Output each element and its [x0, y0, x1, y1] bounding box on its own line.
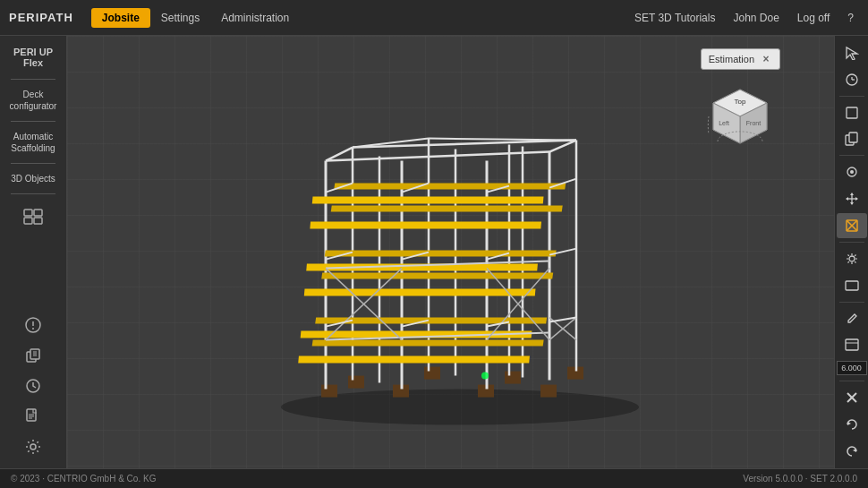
- nav-administration[interactable]: Administration: [210, 8, 300, 28]
- svg-rect-3: [34, 218, 42, 224]
- nav-right: SET 3D Tutorials John Doe Log off ?: [629, 10, 859, 26]
- svg-rect-26: [321, 384, 337, 397]
- svg-rect-0: [24, 210, 32, 216]
- tool-panel[interactable]: [837, 332, 867, 357]
- svg-marker-109: [853, 449, 856, 452]
- sidebar-deck-configurator[interactable]: Deck configurator: [0, 83, 66, 117]
- tool-redo[interactable]: [837, 439, 867, 464]
- svg-rect-46: [298, 355, 530, 363]
- sidebar-settings-icon[interactable]: [15, 432, 51, 461]
- sidebar-history-icon[interactable]: [15, 372, 51, 400]
- scaffold-svg: [236, 89, 684, 429]
- svg-text:Front: Front: [746, 120, 761, 126]
- svg-line-57: [326, 151, 549, 160]
- cube-svg: Top Front Left: [704, 81, 776, 152]
- tool-rectangle[interactable]: [837, 273, 867, 298]
- status-bar: © 2023 · CENTRIO GmbH & Co. KG Version 5…: [0, 468, 868, 488]
- right-toolbar: 6.000: [834, 36, 868, 468]
- tool-undo[interactable]: [837, 412, 867, 437]
- status-copyright: © 2023 · CENTRIO GmbH & Co. KG: [11, 474, 156, 484]
- main-content: PERI UP Flex Deck configurator Automatic…: [0, 36, 868, 468]
- sidebar-divider-4: [11, 193, 55, 194]
- svg-marker-98: [855, 197, 858, 201]
- orientation-cube[interactable]: Top Front Left: [704, 81, 776, 152]
- nav-jobsite[interactable]: Jobsite: [91, 8, 150, 28]
- sidebar-bottom-icons: [15, 311, 51, 468]
- svg-rect-30: [348, 375, 364, 388]
- value-display: 6.000: [835, 358, 868, 378]
- svg-rect-51: [334, 183, 566, 189]
- svg-rect-54: [321, 272, 553, 278]
- sidebar-copy-icon[interactable]: [15, 341, 51, 370]
- sidebar-title: PERI UP Flex: [0, 43, 66, 75]
- tool-value: 6.000: [841, 364, 862, 372]
- sidebar-3d-objects[interactable]: 3D Objects: [0, 167, 66, 190]
- tool-divider-4: [839, 302, 864, 303]
- tool-copy[interactable]: [837, 127, 867, 152]
- nav-user[interactable]: John Doe: [728, 10, 784, 26]
- svg-marker-97: [846, 197, 848, 201]
- tool-settings2[interactable]: [837, 246, 867, 271]
- status-version: Version 5.0.0.0 · SET 2.0.0.0: [743, 474, 857, 484]
- svg-rect-90: [849, 133, 857, 142]
- viewport-3d[interactable]: Estimation × Top Front Left: [67, 36, 834, 468]
- sidebar-module-icon[interactable]: [15, 200, 51, 230]
- svg-rect-88: [847, 107, 857, 118]
- svg-rect-52: [330, 205, 562, 211]
- sidebar-alert-icon[interactable]: [15, 311, 51, 339]
- module-svg-icon: [23, 205, 43, 225]
- tool-measure[interactable]: [837, 67, 867, 92]
- nav-settings[interactable]: Settings: [150, 8, 210, 28]
- svg-rect-56: [311, 339, 543, 346]
- estimation-close[interactable]: ×: [760, 53, 772, 65]
- svg-point-6: [32, 328, 34, 330]
- svg-rect-103: [846, 281, 858, 290]
- svg-rect-50: [310, 221, 541, 228]
- left-sidebar: PERI UP Flex Deck configurator Automatic…: [0, 36, 67, 468]
- tool-edit[interactable]: [837, 306, 867, 331]
- svg-marker-95: [850, 193, 854, 195]
- svg-marker-108: [847, 422, 851, 425]
- svg-marker-96: [850, 202, 854, 205]
- svg-rect-49: [311, 196, 543, 203]
- svg-point-83: [481, 372, 489, 379]
- nav-tutorials[interactable]: SET 3D Tutorials: [629, 10, 720, 26]
- sidebar-divider-1: [11, 79, 55, 80]
- svg-text:Left: Left: [719, 120, 729, 126]
- brand-logo: PERIPATH: [9, 11, 73, 24]
- sidebar-divider-3: [11, 163, 55, 164]
- nav-logoff[interactable]: Log off: [792, 10, 835, 26]
- svg-marker-84: [847, 47, 857, 60]
- estimation-popup: Estimation ×: [701, 48, 780, 70]
- tool-divider-5: [839, 381, 864, 381]
- tool-move[interactable]: [837, 186, 867, 211]
- svg-rect-29: [540, 384, 557, 397]
- nav-help[interactable]: ?: [842, 10, 859, 26]
- svg-rect-104: [846, 339, 858, 350]
- estimation-label: Estimation: [709, 54, 754, 64]
- svg-line-64: [429, 138, 576, 140]
- top-navigation: PERIPATH Jobsite Settings Administration…: [0, 0, 868, 36]
- sidebar-divider-2: [11, 121, 55, 122]
- tool-delete[interactable]: [837, 385, 867, 410]
- svg-rect-2: [24, 218, 32, 224]
- svg-rect-31: [424, 366, 440, 379]
- tool-transform[interactable]: [837, 213, 867, 238]
- sidebar-document-icon[interactable]: [15, 402, 51, 431]
- svg-point-17: [30, 444, 36, 449]
- tool-select[interactable]: [837, 40, 867, 65]
- nav-left: PERIPATH Jobsite Settings Administration: [9, 8, 300, 28]
- svg-rect-1: [34, 210, 42, 216]
- tool-divider-2: [839, 155, 864, 156]
- svg-rect-48: [303, 288, 535, 295]
- value-box: 6.000: [837, 361, 867, 375]
- svg-point-92: [850, 170, 854, 174]
- svg-rect-32: [505, 371, 521, 383]
- svg-text:Top: Top: [735, 98, 746, 106]
- svg-point-102: [849, 256, 855, 261]
- tool-divider-3: [839, 242, 864, 243]
- sidebar-automatic-scaffolding[interactable]: Automatic Scaffolding: [0, 125, 66, 159]
- tool-layers[interactable]: [837, 159, 867, 184]
- tool-frame[interactable]: [837, 100, 867, 125]
- tool-divider-1: [839, 96, 864, 97]
